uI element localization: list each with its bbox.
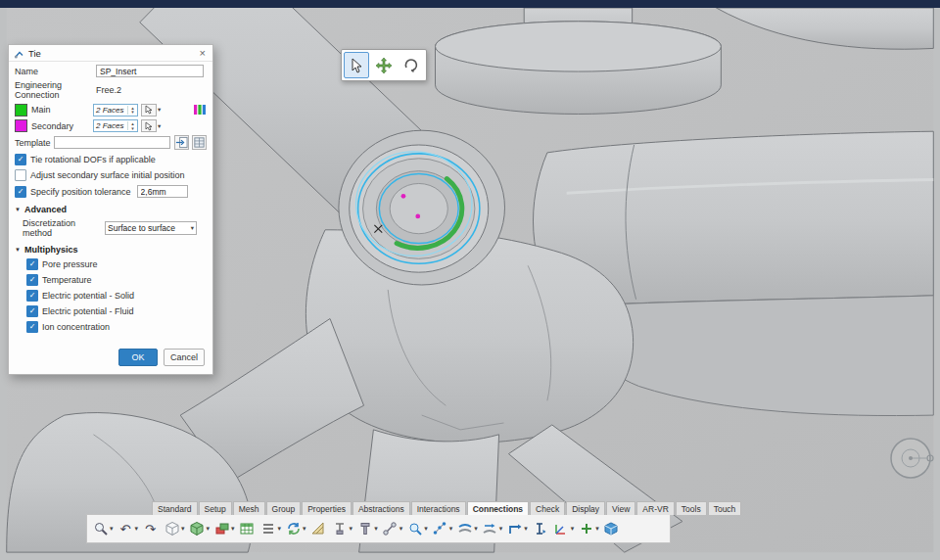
toolbar-button-axis-system[interactable]: ▾ xyxy=(551,517,576,540)
toolbar-button-list-options[interactable]: ▾ xyxy=(258,517,283,540)
position-tolerance-input[interactable] xyxy=(137,185,188,198)
green-cube-icon xyxy=(188,520,207,538)
tie-dialog: Tie × Name Engineering Connection Free.2… xyxy=(8,44,213,375)
dropdown-caret-icon[interactable]: ▾ xyxy=(110,525,114,533)
cancel-button[interactable]: Cancel xyxy=(164,349,205,366)
main-faces-spinner[interactable]: ▴ ▾ xyxy=(127,106,137,115)
dropdown-caret-icon[interactable]: ▾ xyxy=(524,525,528,533)
rotate-tool-button[interactable] xyxy=(399,52,424,78)
dropdown-caret-icon[interactable]: ▾ xyxy=(499,525,503,533)
spin-down-icon[interactable]: ▾ xyxy=(131,126,134,131)
toolbar-button-model-update[interactable]: ▾ xyxy=(283,517,307,540)
tab-tools[interactable]: Tools xyxy=(676,501,707,515)
rotational-dofs-checkbox[interactable]: ✓ xyxy=(15,154,26,165)
tab-properties[interactable]: Properties xyxy=(302,501,352,515)
tab-view[interactable]: View xyxy=(606,501,635,515)
dropdown-caret-icon[interactable]: ▾ xyxy=(207,525,211,533)
toolbar-button-clamp[interactable]: ▾ xyxy=(330,517,354,540)
toolbar-button-render-style[interactable]: ▾ xyxy=(187,517,212,540)
tab-interactions[interactable]: Interactions xyxy=(411,501,466,515)
toolbar-button-section-view[interactable]: ▾ xyxy=(212,517,236,540)
dropdown-caret-icon[interactable]: ▾ xyxy=(571,525,575,533)
dropdown-caret-icon[interactable]: ▾ xyxy=(400,525,403,533)
advanced-section-header[interactable]: ▼ Advanced xyxy=(9,205,212,214)
adjust-secondary-checkbox[interactable]: ✓ xyxy=(15,169,26,181)
close-icon[interactable]: × xyxy=(198,47,208,59)
temperature-checkbox[interactable]: ✓ xyxy=(26,274,38,286)
tab-mesh[interactable]: Mesh xyxy=(233,501,265,515)
tab-check[interactable]: Check xyxy=(530,501,565,515)
ok-button[interactable]: OK xyxy=(118,349,158,366)
multiphysics-section-header[interactable]: ▼ Multiphysics xyxy=(9,245,212,255)
pan-tool-button[interactable] xyxy=(371,52,397,78)
dropdown-caret-icon[interactable]: ▾ xyxy=(595,525,599,533)
tie-dialog-titlebar[interactable]: Tie × xyxy=(9,45,212,62)
dialog-title: Tie xyxy=(28,48,41,59)
display-colors-icon[interactable] xyxy=(193,103,207,117)
template-import-button[interactable] xyxy=(174,135,189,150)
main-color-swatch[interactable] xyxy=(15,104,27,117)
dropdown-caret-icon[interactable]: ▾ xyxy=(449,525,453,533)
dropdown-caret-icon[interactable]: ▾ xyxy=(374,525,378,533)
template-input[interactable] xyxy=(54,136,170,149)
dropdown-caret-icon[interactable]: ▾ xyxy=(474,525,478,533)
toolbar-button-measure[interactable] xyxy=(308,517,329,540)
dropdown-caret-icon[interactable]: ▾ xyxy=(350,525,353,533)
toolbar-button-bolt[interactable]: ▾ xyxy=(354,517,379,540)
position-tolerance-checkbox[interactable]: ✓ xyxy=(15,186,26,198)
checkbox-row-adjust-secondary: ✓ Adjust secondary surface initial posit… xyxy=(9,169,212,181)
toolbar-button-thermal-probe[interactable] xyxy=(530,517,550,540)
section-expanded-icon[interactable]: ▼ xyxy=(15,247,21,253)
tab-setup[interactable]: Setup xyxy=(199,501,232,515)
name-input[interactable] xyxy=(96,65,204,77)
dropdown-caret-icon[interactable]: ▾ xyxy=(231,525,235,533)
tab-standard[interactable]: Standard xyxy=(152,501,198,515)
main-faces-selector[interactable]: 2 Faces ▴ ▾ xyxy=(93,104,138,117)
dropdown-caret-icon[interactable]: ▾ xyxy=(181,525,185,533)
main-face-picker-button[interactable] xyxy=(141,104,157,117)
tab-abstractions[interactable]: Abstractions xyxy=(352,501,410,515)
spin-down-icon[interactable]: ▾ xyxy=(131,110,134,115)
electric-solid-checkbox[interactable]: ✓ xyxy=(26,290,38,302)
toolbar-button-redo[interactable]: ↷ xyxy=(140,517,161,540)
select-tool-button[interactable] xyxy=(344,52,369,78)
secondary-faces-selector[interactable]: 2 Faces ▴ ▾ xyxy=(93,119,138,132)
secondary-faces-spinner[interactable]: ▴ ▾ xyxy=(127,121,137,130)
dropdown-caret-icon[interactable]: ▾ xyxy=(135,525,139,533)
navigation-compass[interactable] xyxy=(884,432,937,485)
tab-touch[interactable]: Touch xyxy=(708,501,742,515)
dropdown-caret-icon[interactable]: ▾ xyxy=(303,525,306,533)
magenta-point-1[interactable] xyxy=(401,194,406,199)
toolbar-button-model-box[interactable] xyxy=(601,517,622,540)
toolbar-button-data-table[interactable] xyxy=(237,517,258,540)
toolbar-button-zoom[interactable]: ▾ xyxy=(90,517,115,540)
tab-ar-vr[interactable]: AR-VR xyxy=(636,501,674,515)
toolbar-button-view-modes[interactable]: ▾ xyxy=(162,517,186,540)
electric-fluid-checkbox[interactable]: ✓ xyxy=(26,305,38,317)
tab-display[interactable]: Display xyxy=(566,501,605,515)
dropdown-caret-icon[interactable]: ▾ xyxy=(424,525,428,533)
secondary-color-swatch[interactable] xyxy=(15,119,27,132)
toolbar-button-undo[interactable]: ↶ ▾ xyxy=(116,517,140,540)
ion-concentration-checkbox[interactable]: ✓ xyxy=(26,321,38,333)
toolbar-button-connection-detection[interactable]: ▾ xyxy=(404,517,429,540)
selected-face-highlight[interactable] xyxy=(339,130,505,285)
dropdown-caret-icon[interactable]: ▾ xyxy=(158,106,161,114)
discretization-select[interactable]: Surface to surface ▾ xyxy=(105,221,197,235)
dropdown-caret-icon[interactable]: ▾ xyxy=(158,122,161,130)
tab-group[interactable]: Group xyxy=(266,501,302,515)
dropdown-caret-icon[interactable]: ▾ xyxy=(278,525,282,533)
secondary-face-picker-button[interactable] xyxy=(141,119,157,132)
section-expanded-icon[interactable]: ▼ xyxy=(15,207,21,212)
tab-connections[interactable]: Connections xyxy=(467,501,529,515)
magenta-point-2[interactable] xyxy=(415,214,420,219)
toolbar-button-contact-surface[interactable]: ▾ xyxy=(454,517,479,540)
selection-toolbar xyxy=(341,49,427,81)
toolbar-button-coupling[interactable]: ▾ xyxy=(504,517,529,540)
toolbar-button-add-connection[interactable]: ▾ xyxy=(576,517,600,540)
toolbar-button-virtual-bolt[interactable]: ▾ xyxy=(380,517,404,540)
toolbar-button-point-fastener[interactable]: ▾ xyxy=(430,517,454,540)
template-catalog-button[interactable] xyxy=(192,135,207,150)
toolbar-button-sliding-surface[interactable]: ▾ xyxy=(480,517,504,540)
pore-pressure-checkbox[interactable]: ✓ xyxy=(26,258,38,270)
